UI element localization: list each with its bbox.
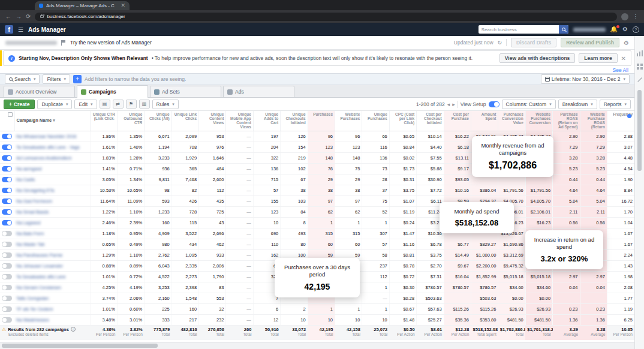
campaign-name-cell[interactable]: Na Lagseed	[14, 217, 90, 228]
reports-button[interactable]: Reports	[600, 100, 631, 109]
search-filter-button[interactable]: Search	[5, 74, 40, 84]
notifications-bell-icon[interactable]: 🔔	[610, 26, 618, 32]
browser-profile-avatar[interactable]	[621, 13, 628, 20]
column-info-icon[interactable]	[627, 114, 631, 118]
edit-button[interactable]: Edit	[74, 100, 97, 109]
campaign-toggle[interactable]	[2, 296, 12, 301]
campaign-name-cell[interactable]: Na aemgsed	[14, 163, 90, 174]
column-header[interactable]: Unique Adds to Cart	[253, 111, 280, 131]
campaign-toggle[interactable]	[2, 252, 12, 258]
browser-tab[interactable]: Ads Manager – Manage Ads - C ✕	[35, 1, 130, 10]
campaign-name-cell[interactable]: Na Pandhauses Parme	[14, 249, 90, 260]
campaign-name-cell[interactable]: Na Wader Tab	[14, 239, 90, 249]
column-header[interactable]: Cost per Checkout Initiated	[417, 111, 444, 131]
discard-drafts-button[interactable]: Discard Drafts	[511, 38, 556, 47]
campaign-toggle[interactable]	[2, 134, 12, 139]
campaign-toggle[interactable]	[2, 263, 12, 269]
search-button[interactable]	[559, 25, 568, 34]
ab-test-button[interactable]: ⇄	[113, 100, 124, 109]
try-new-version-link[interactable]: Try the new version of Ads Manager	[70, 40, 152, 46]
campaign-name-cell[interactable]: Na Gad Fermeom	[14, 195, 90, 206]
column-header[interactable]: Unique Checkouts Initiated	[281, 111, 308, 131]
campaign-name-cell[interactable]: Na Smad Basds	[14, 206, 90, 217]
campaign-name-cell[interactable]: Na Gevageteg ETa	[14, 185, 90, 195]
help-icon[interactable]: ?	[633, 26, 639, 33]
campaign-toggle[interactable]	[2, 274, 12, 279]
grid-icon[interactable]	[637, 64, 643, 70]
tab-close-icon[interactable]: ✕	[121, 3, 125, 8]
column-header[interactable]: Website Purchase ROAS (Return	[580, 111, 607, 131]
column-header[interactable]: Unique Clicks (All)	[145, 111, 171, 131]
campaign-toggle[interactable]	[2, 188, 12, 193]
campaign-name-cell[interactable]: Na Whasersae Navelder 2016	[14, 131, 90, 142]
campaign-name-cell[interactable]: Tatts Cemgsdan	[14, 293, 90, 303]
column-header[interactable]: Unique Link Clicks	[171, 111, 198, 131]
filters-button[interactable]: Filters	[43, 74, 70, 84]
column-header[interactable]: CPC (Cost per Link Click)	[389, 111, 416, 131]
campaign-toggle[interactable]	[2, 285, 12, 290]
account-name-redacted[interactable]	[573, 28, 606, 32]
learn-more-button[interactable]: Learn more	[579, 53, 617, 63]
campaign-name-cell[interactable]: Na Genam Cendarsen	[14, 282, 90, 293]
campaign-name-cell[interactable]: Ta Gesalsades afts Lane - Vags	[14, 142, 90, 152]
browser-menu-icon[interactable]: ⋮	[633, 14, 639, 20]
view-ads-with-descriptions-button[interactable]: View ads with descriptions	[499, 53, 575, 63]
refresh-icon[interactable]: ↻	[498, 40, 502, 46]
pin-button[interactable]: ⚑	[126, 100, 137, 109]
column-header[interactable]: Purchases Conversion Value	[498, 111, 525, 131]
column-header[interactable]: Amount Spent	[471, 111, 498, 131]
performance-chart-button[interactable]: ▤	[100, 100, 110, 109]
campaign-toggle[interactable]	[2, 155, 12, 161]
campaign-toggle[interactable]	[2, 177, 12, 182]
rules-button[interactable]: Rules	[152, 100, 179, 109]
duplicate-button[interactable]: Duplicate	[37, 100, 72, 109]
column-header[interactable]: Unique Outbound CTR	[117, 111, 144, 131]
campaign-name-cell[interactable]: TF afs Ter Cestem	[14, 303, 90, 314]
banner-close-icon[interactable]: ✕	[621, 55, 626, 62]
date-range-button[interactable]: Lifetime: Nov 30, 2016 - Dec 2	[541, 74, 630, 84]
review-and-publish-button[interactable]: Review and Publish	[561, 38, 619, 47]
url-bar[interactable]: business.facebook.com/adsmanager	[35, 13, 617, 21]
horizontal-scrollbar[interactable]	[2, 344, 158, 348]
campaign-toggle[interactable]	[2, 220, 12, 225]
facebook-logo[interactable]: f	[5, 25, 13, 34]
column-header[interactable]: Cost per Purchase	[444, 111, 471, 131]
notice-settings-icon[interactable]: ⚙	[624, 40, 629, 46]
campaign-name-cell[interactable]: Na Cadts	[14, 174, 90, 185]
campaign-name-cell[interactable]: Ta Gesalsades afts Lane	[14, 271, 90, 282]
page-next-icon[interactable]: ▸	[452, 101, 455, 107]
vertical-scrollbar[interactable]	[637, 90, 642, 171]
pencil-icon[interactable]	[637, 77, 643, 83]
add-filter-button[interactable]: +	[73, 75, 82, 83]
search-business-input[interactable]: Search business	[479, 25, 568, 34]
campaign-name-cell[interactable]: Na Bats Frem	[14, 228, 90, 239]
select-all-checkbox[interactable]	[8, 112, 13, 117]
campaign-toggle[interactable]	[2, 242, 12, 247]
campaign-name-cell[interactable]: Ad Lemsarves Arattemdtem	[14, 152, 90, 163]
chart-icon[interactable]	[637, 50, 643, 56]
delete-button[interactable]: ▥	[139, 100, 150, 109]
reload-icon[interactable]: ⟳	[26, 14, 31, 20]
column-header[interactable]: Purchase ROAS (Return on Ad Spend)	[553, 111, 580, 131]
tab-ad-sets[interactable]: Ad Sets	[150, 86, 221, 97]
tab-ads[interactable]: Ads	[223, 86, 294, 97]
campaign-toggle[interactable]	[2, 145, 12, 150]
hamburger-menu-icon[interactable]: ☰	[18, 26, 23, 33]
see-all-link[interactable]: See All	[613, 67, 628, 73]
page-prev-icon[interactable]: ◂	[447, 101, 450, 107]
column-header[interactable]: Purchases	[308, 111, 335, 131]
columns-button[interactable]: Columns: Custom	[502, 100, 556, 109]
campaign-toggle[interactable]	[2, 166, 12, 172]
back-icon[interactable]: ←	[5, 14, 11, 20]
settings-gear-icon[interactable]: ⚙	[622, 26, 628, 32]
forward-icon[interactable]: →	[16, 14, 22, 20]
campaign-toggle[interactable]	[2, 231, 12, 236]
column-header[interactable]: Unique Content Views	[199, 111, 226, 131]
tab-campaigns[interactable]: Campaigns	[77, 85, 148, 98]
view-setup-toggle[interactable]	[489, 101, 499, 107]
campaign-toggle[interactable]	[2, 317, 12, 323]
column-header[interactable]: Unique CTR (Link Click-	[90, 111, 117, 131]
campaign-name-cell[interactable]: Na Jehauser Lesamder	[14, 260, 90, 271]
campaign-name-header[interactable]: Campaign Name	[14, 111, 90, 131]
breakdown-button[interactable]: Breakdown	[558, 100, 597, 109]
